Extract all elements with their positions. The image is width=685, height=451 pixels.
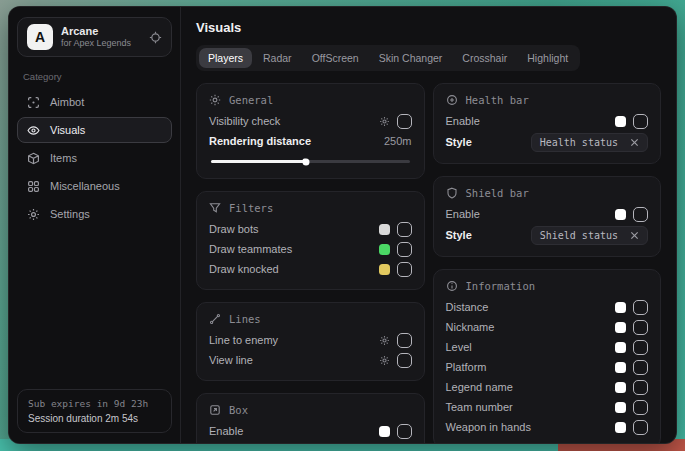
setting-row-nickname: Nickname [446, 317, 649, 337]
health-enable-checkbox[interactable] [633, 114, 648, 129]
general-header: General [209, 94, 412, 106]
gear-icon [27, 208, 40, 221]
visibility-check-checkbox[interactable] [397, 114, 412, 129]
shield-enable-checkbox[interactable] [633, 207, 648, 222]
main-content: Visuals Players Radar OffScreen Skin Cha… [181, 7, 676, 443]
distance-checkbox[interactable] [633, 300, 648, 315]
nickname-color-swatch[interactable] [615, 322, 626, 333]
close-icon[interactable] [630, 231, 639, 240]
nickname-checkbox[interactable] [633, 320, 648, 335]
tab-players[interactable]: Players [199, 48, 252, 68]
box-enable-checkbox[interactable] [397, 424, 412, 439]
setting-row-draw-bots: Draw bots [209, 219, 412, 239]
shield-style-tag: Shield status [540, 230, 618, 241]
close-icon[interactable] [630, 138, 639, 147]
draw-teammates-color-swatch[interactable] [379, 244, 390, 255]
sub-expires-text: Sub expires in 9d 23h [28, 398, 161, 409]
health-color-swatch[interactable] [615, 116, 626, 127]
level-color-swatch[interactable] [615, 342, 626, 353]
view-line-checkbox[interactable] [397, 353, 412, 368]
draw-bots-checkbox[interactable] [397, 222, 412, 237]
shield-bar-header: Shield bar [446, 187, 649, 199]
shield-color-swatch[interactable] [615, 209, 626, 220]
setting-row-visibility-check: Visibility check [209, 111, 412, 131]
setting-row-team-number: Team number [446, 397, 649, 417]
section-title: Information [466, 280, 536, 292]
lines-header: Lines [209, 313, 412, 325]
shield-style-select[interactable]: Shield status [531, 226, 648, 245]
tab-highlight[interactable]: Highlight [518, 48, 577, 68]
line-to-enemy-checkbox[interactable] [397, 333, 412, 348]
brand-texts: Arcane for Apex Legends [61, 25, 131, 50]
category-label: Category [23, 71, 166, 82]
setting-row-rendering-distance: Rendering distance 250m [209, 131, 412, 151]
tab-crosshair[interactable]: Crosshair [453, 48, 516, 68]
platform-color-swatch[interactable] [615, 362, 626, 373]
level-checkbox[interactable] [633, 340, 648, 355]
health-icon [446, 94, 458, 106]
filters-panel: Filters Draw bots Draw teammates [196, 191, 425, 290]
section-title: General [229, 94, 273, 106]
sidebar-item-visuals[interactable]: Visuals [17, 117, 172, 143]
draw-knocked-color-swatch[interactable] [379, 264, 390, 275]
setting-row-draw-knocked: Draw knocked [209, 259, 412, 279]
sidebar-item-label: Miscellaneous [50, 180, 120, 192]
tab-radar[interactable]: Radar [254, 48, 301, 68]
line-icon [209, 313, 221, 325]
filters-header: Filters [209, 202, 412, 214]
sidebar-item-items[interactable]: Items [17, 145, 172, 171]
slider-knob[interactable] [303, 158, 310, 165]
brand-card: A Arcane for Apex Legends [17, 17, 172, 57]
box-icon [209, 404, 221, 416]
section-title: Lines [229, 313, 261, 325]
legend-name-checkbox[interactable] [633, 380, 648, 395]
rendering-distance-slider[interactable] [211, 160, 410, 163]
section-title: Health bar [466, 94, 529, 106]
left-column: General Visibility check [196, 83, 425, 443]
setting-row-weapon-in-hands: Weapon in hands [446, 417, 649, 437]
sidebar-item-aimbot[interactable]: Aimbot [17, 89, 172, 115]
tab-offscreen[interactable]: OffScreen [303, 48, 368, 68]
app-window: A Arcane for Apex Legends Category [8, 6, 677, 444]
draw-knocked-checkbox[interactable] [397, 262, 412, 277]
setting-row-health-enable: Enable [446, 111, 649, 131]
sidebar-item-label: Aimbot [50, 96, 84, 108]
target-icon[interactable] [149, 31, 162, 44]
option-gear-icon[interactable] [379, 355, 390, 366]
box-color-swatch[interactable] [379, 426, 390, 437]
setting-row-view-line: View line [209, 350, 412, 370]
option-gear-icon[interactable] [379, 335, 390, 346]
cube-icon [27, 152, 40, 165]
option-gear-icon[interactable] [379, 116, 390, 127]
sidebar-item-label: Items [50, 152, 77, 164]
weapon-in-hands-checkbox[interactable] [633, 420, 648, 435]
page-title: Visuals [196, 20, 661, 35]
session-duration-text: Session duration 2m 54s [28, 413, 161, 424]
sidebar-item-settings[interactable]: Settings [17, 201, 172, 227]
brand-subtitle: for Apex Legends [61, 38, 131, 49]
brand-title: Arcane [61, 25, 131, 39]
legend-name-color-swatch[interactable] [615, 382, 626, 393]
crosshair-icon [27, 96, 40, 109]
weapon-in-hands-color-swatch[interactable] [615, 422, 626, 433]
setting-row-line-to-enemy: Line to enemy [209, 330, 412, 350]
tab-skin-changer[interactable]: Skin Changer [370, 48, 452, 68]
tab-bar: Players Radar OffScreen Skin Changer Cro… [196, 45, 580, 71]
distance-color-swatch[interactable] [615, 302, 626, 313]
team-number-color-swatch[interactable] [615, 402, 626, 413]
health-bar-panel: Health bar Enable Style Health status [433, 83, 662, 164]
health-style-select[interactable]: Health status [531, 133, 648, 152]
grid-icon [27, 180, 40, 193]
section-title: Box [229, 404, 248, 416]
team-number-checkbox[interactable] [633, 400, 648, 415]
sun-icon [209, 94, 221, 106]
rendering-distance-value: 250m [384, 135, 412, 147]
right-column: Health bar Enable Style Health status [433, 83, 662, 443]
sidebar-item-miscellaneous[interactable]: Miscellaneous [17, 173, 172, 199]
health-bar-header: Health bar [446, 94, 649, 106]
platform-checkbox[interactable] [633, 360, 648, 375]
setting-row-shield-enable: Enable [446, 204, 649, 224]
draw-bots-color-swatch[interactable] [379, 224, 390, 235]
setting-row-platform: Platform [446, 357, 649, 377]
draw-teammates-checkbox[interactable] [397, 242, 412, 257]
